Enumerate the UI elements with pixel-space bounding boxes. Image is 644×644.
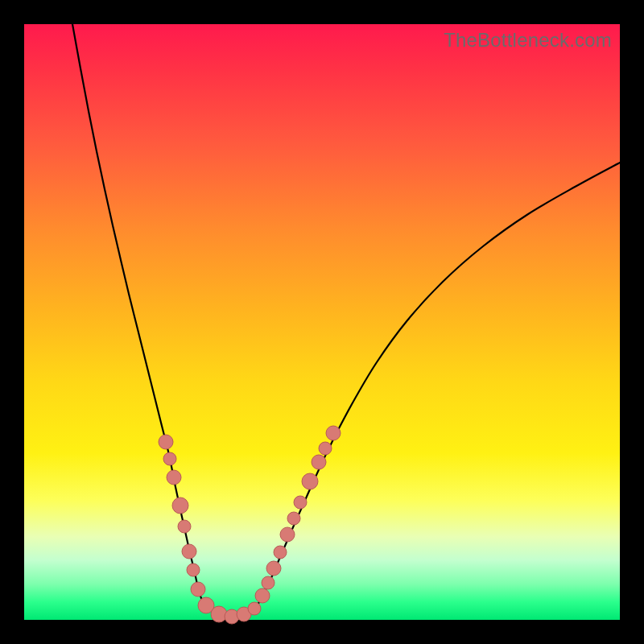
bead-point: [266, 561, 281, 576]
bottleneck-curve: [24, 24, 620, 620]
bead-point: [326, 426, 341, 440]
bead-point: [294, 496, 307, 509]
bead-point: [191, 582, 205, 597]
bead-point: [255, 588, 270, 603]
bead-point: [187, 564, 200, 576]
bead-point: [262, 576, 275, 589]
bead-point: [287, 512, 300, 525]
curve-path: [72, 24, 620, 617]
plot-area: TheBottleneck.com: [24, 24, 620, 620]
bead-point: [312, 455, 326, 469]
bead-point: [248, 602, 261, 615]
bead-point: [182, 544, 196, 559]
bead-point: [167, 470, 181, 485]
bead-point: [280, 527, 295, 542]
bead-point: [319, 442, 332, 455]
bead-point: [302, 473, 318, 489]
chart-frame: TheBottleneck.com: [0, 0, 644, 644]
bead-point: [172, 497, 188, 514]
bead-point: [163, 452, 176, 465]
bead-point: [159, 435, 173, 449]
bead-group: [159, 426, 341, 624]
bead-point: [274, 546, 287, 559]
bead-point: [178, 520, 191, 533]
